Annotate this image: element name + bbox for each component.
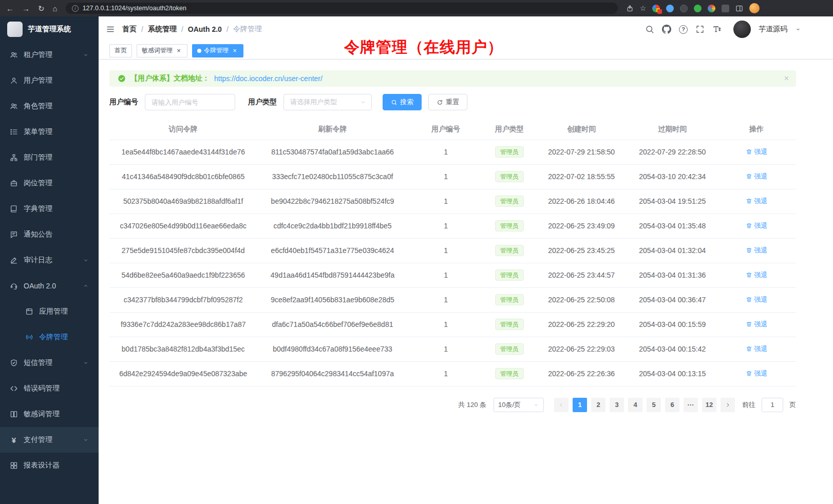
github-icon[interactable] bbox=[662, 25, 671, 34]
sidebar-item-dept[interactable]: 部门管理 bbox=[0, 145, 99, 170]
page-button[interactable]: 4 bbox=[628, 398, 642, 412]
sidebar-item-menu[interactable]: 菜单管理 bbox=[0, 119, 99, 145]
search-icon[interactable] bbox=[645, 25, 654, 34]
extension-green-icon[interactable] bbox=[694, 5, 702, 12]
help-icon[interactable]: ? bbox=[679, 25, 688, 34]
more-pages-button[interactable]: ··· bbox=[684, 398, 698, 412]
page-button[interactable]: 3 bbox=[610, 398, 624, 412]
page-button[interactable]: 2 bbox=[591, 398, 605, 412]
sidebar-subitem-app[interactable]: 应用管理 bbox=[0, 299, 99, 324]
font-size-icon[interactable] bbox=[712, 25, 722, 34]
refresh-icon[interactable]: ↻ bbox=[38, 5, 45, 12]
tab-home[interactable]: 首页 bbox=[109, 44, 132, 57]
force-logout-button[interactable]: 强退 bbox=[746, 295, 768, 304]
sidebar-item-audit-log[interactable]: 审计日志 bbox=[0, 247, 99, 273]
sidebar-item-report-designer[interactable]: 报表设计器 bbox=[0, 453, 99, 478]
user-avatar[interactable] bbox=[733, 21, 751, 38]
breadcrumb-item[interactable]: OAuth 2.0 bbox=[188, 25, 222, 33]
reset-button[interactable]: 重置 bbox=[428, 94, 467, 110]
alert-message: 【用户体系】文档地址： bbox=[130, 74, 210, 83]
sidebar-item-role[interactable]: 角色管理 bbox=[0, 93, 99, 119]
forward-icon[interactable]: → bbox=[22, 5, 30, 12]
fullscreen-icon[interactable] bbox=[695, 25, 705, 34]
cell-user-id: 1 bbox=[408, 361, 484, 386]
url-bar[interactable]: i 127.0.0.1:1024/system/oauth2/token bbox=[66, 3, 618, 14]
home-icon[interactable]: ⌂ bbox=[53, 5, 58, 12]
page-button[interactable]: 1 bbox=[573, 398, 587, 412]
close-icon[interactable]: × bbox=[175, 47, 182, 54]
force-logout-button[interactable]: 强退 bbox=[746, 344, 768, 354]
doc-link[interactable]: https://doc.iocoder.cn/user-center/ bbox=[214, 74, 323, 83]
extension-blue-icon[interactable] bbox=[666, 5, 674, 12]
sidebar-item-dict[interactable]: 字典管理 bbox=[0, 196, 99, 222]
user-type-select[interactable]: 请选择用户类型 bbox=[283, 94, 372, 110]
close-icon[interactable]: × bbox=[231, 47, 238, 54]
tab-label: 首页 bbox=[115, 46, 127, 55]
force-logout-button[interactable]: 强退 bbox=[746, 221, 768, 230]
page-button[interactable]: 6 bbox=[665, 398, 679, 412]
col-refresh-token: 刷新令牌 bbox=[257, 119, 408, 140]
sidebar-item-label: 字典管理 bbox=[24, 204, 89, 214]
cell-actions: 强退 bbox=[717, 238, 796, 263]
back-icon[interactable]: ← bbox=[6, 5, 14, 12]
sidebar-item-sms[interactable]: 短信管理 bbox=[0, 350, 99, 376]
page-button[interactable]: 12 bbox=[702, 398, 716, 412]
table-row: 41c41346a548490f9dc8b01c6bfe0865 333ecfc… bbox=[109, 164, 796, 189]
sidebar-item-post[interactable]: 岗位管理 bbox=[0, 170, 99, 196]
user-type-badge: 管理员 bbox=[495, 343, 524, 355]
tab-token[interactable]: 令牌管理 × bbox=[192, 44, 243, 57]
username[interactable]: 芋道源码 bbox=[759, 25, 787, 34]
cell-refresh-token: 9ce8ef2aa9f14056b831ae9b608e28d5 bbox=[257, 287, 408, 312]
sidebar-item-label: 支付管理 bbox=[24, 435, 77, 444]
tab-sensitive-words[interactable]: 敏感词管理 × bbox=[137, 44, 187, 57]
page-info-icon[interactable]: i bbox=[72, 5, 79, 12]
goto-page-input[interactable] bbox=[762, 398, 783, 412]
close-icon[interactable]: × bbox=[784, 74, 789, 83]
bookmark-star-icon[interactable]: ☆ bbox=[640, 4, 647, 12]
sidebar-subitem-token[interactable]: 令牌管理 bbox=[0, 324, 99, 350]
sidebar-toggle-icon[interactable] bbox=[735, 5, 743, 12]
hamburger-menu-icon[interactable] bbox=[106, 25, 115, 34]
cell-refresh-token: b0df4980ffd34c67a08f9156e4eee733 bbox=[257, 337, 408, 361]
app-logo[interactable]: 芋道管理系统 bbox=[0, 16, 99, 42]
browser-profile-avatar[interactable] bbox=[749, 3, 760, 13]
force-logout-button[interactable]: 强退 bbox=[746, 172, 768, 181]
chevron-down-icon[interactable] bbox=[795, 26, 801, 32]
cell-create-time: 2022-06-25 23:44:57 bbox=[535, 263, 628, 287]
cell-user-type: 管理员 bbox=[484, 312, 535, 337]
sidebar-item-notice[interactable]: 通知公告 bbox=[0, 222, 99, 247]
sidebar-item-sensitive-words[interactable]: 敏感词管理 bbox=[0, 401, 99, 427]
force-logout-button[interactable]: 强退 bbox=[746, 147, 768, 157]
sidebar-item-oauth2[interactable]: OAuth 2.0 bbox=[0, 273, 99, 299]
force-logout-button[interactable]: 强退 bbox=[746, 197, 768, 206]
force-logout-button[interactable]: 强退 bbox=[746, 246, 768, 255]
breadcrumb-item[interactable]: 首页 bbox=[122, 25, 137, 34]
sidebar: 芋道管理系统 租户管理 用户管理 角色管理 菜单管理 部 bbox=[0, 16, 99, 504]
search-button[interactable]: 搜索 bbox=[383, 94, 422, 110]
broadcast-icon bbox=[25, 333, 33, 341]
extension-pinwheel-icon[interactable] bbox=[708, 5, 715, 12]
force-logout-button[interactable]: 强退 bbox=[746, 270, 768, 280]
sidebar-item-error-code[interactable]: 错误码管理 bbox=[0, 376, 99, 401]
extensions-puzzle-icon[interactable] bbox=[722, 5, 729, 12]
page-button[interactable]: 5 bbox=[647, 398, 661, 412]
prev-page-button[interactable] bbox=[554, 398, 569, 412]
logo-avatar bbox=[7, 22, 23, 37]
extension-grid-icon[interactable] bbox=[652, 5, 660, 12]
table-header-row: 访问令牌 刷新令牌 用户编号 用户类型 创建时间 过期时间 操作 bbox=[109, 119, 796, 140]
sidebar-item-user[interactable]: 用户管理 bbox=[0, 68, 99, 93]
page-size-select[interactable]: 10条/页 bbox=[494, 398, 544, 412]
sidebar-item-tenant[interactable]: 租户管理 bbox=[0, 42, 99, 68]
browser-actions: ☆ bbox=[626, 3, 760, 13]
user-id-input[interactable] bbox=[145, 94, 235, 110]
force-logout-button[interactable]: 强退 bbox=[746, 369, 768, 378]
next-page-button[interactable] bbox=[721, 398, 735, 412]
force-logout-button[interactable]: 强退 bbox=[746, 320, 768, 329]
share-icon[interactable] bbox=[626, 5, 634, 12]
sidebar-item-pay[interactable]: ¥ 支付管理 bbox=[0, 427, 99, 453]
trash-icon bbox=[746, 198, 752, 204]
extension-dark-icon[interactable] bbox=[680, 5, 688, 12]
sidebar-item-label: 短信管理 bbox=[24, 358, 77, 367]
search-button-label: 搜索 bbox=[400, 98, 413, 107]
breadcrumb-item[interactable]: 系统管理 bbox=[148, 25, 177, 34]
